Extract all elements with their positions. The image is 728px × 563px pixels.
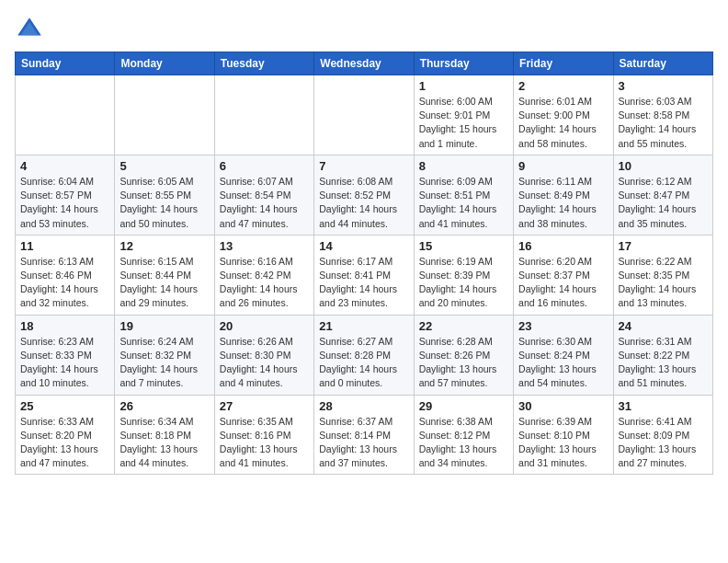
- day-number: 24: [619, 319, 708, 333]
- day-cell: 12Sunrise: 6:15 AM Sunset: 8:44 PM Dayli…: [115, 235, 214, 315]
- day-info: Sunrise: 6:16 AM Sunset: 8:42 PM Dayligh…: [220, 255, 309, 311]
- day-number: 13: [220, 239, 309, 253]
- day-cell: 27Sunrise: 6:35 AM Sunset: 8:16 PM Dayli…: [214, 395, 313, 475]
- day-info: Sunrise: 6:17 AM Sunset: 8:41 PM Dayligh…: [319, 255, 408, 311]
- day-info: Sunrise: 6:20 AM Sunset: 8:37 PM Dayligh…: [518, 255, 608, 311]
- day-info: Sunrise: 6:13 AM Sunset: 8:46 PM Dayligh…: [20, 255, 109, 311]
- day-number: 5: [119, 159, 209, 173]
- day-number: 10: [619, 159, 708, 173]
- day-cell: 3Sunrise: 6:03 AM Sunset: 8:58 PM Daylig…: [613, 75, 712, 155]
- day-cell: 21Sunrise: 6:27 AM Sunset: 8:28 PM Dayli…: [314, 315, 414, 395]
- day-number: 9: [518, 159, 608, 173]
- day-cell: 17Sunrise: 6:22 AM Sunset: 8:35 PM Dayli…: [613, 235, 712, 315]
- day-info: Sunrise: 6:12 AM Sunset: 8:47 PM Dayligh…: [619, 175, 708, 231]
- day-cell: 1Sunrise: 6:00 AM Sunset: 9:01 PM Daylig…: [414, 75, 513, 155]
- day-info: Sunrise: 6:28 AM Sunset: 8:26 PM Dayligh…: [419, 335, 508, 391]
- weekday-header-saturday: Saturday: [613, 52, 712, 75]
- day-number: 29: [419, 399, 508, 413]
- day-cell: 19Sunrise: 6:24 AM Sunset: 8:32 PM Dayli…: [115, 315, 214, 395]
- week-row-1: 1Sunrise: 6:00 AM Sunset: 9:01 PM Daylig…: [16, 75, 713, 155]
- day-cell: 18Sunrise: 6:23 AM Sunset: 8:33 PM Dayli…: [16, 315, 115, 395]
- day-number: 14: [319, 239, 408, 253]
- weekday-header-sunday: Sunday: [16, 52, 115, 75]
- day-info: Sunrise: 6:33 AM Sunset: 8:20 PM Dayligh…: [20, 415, 109, 471]
- day-cell: 14Sunrise: 6:17 AM Sunset: 8:41 PM Dayli…: [314, 235, 414, 315]
- day-info: Sunrise: 6:27 AM Sunset: 8:28 PM Dayligh…: [319, 335, 408, 391]
- week-row-2: 4Sunrise: 6:04 AM Sunset: 8:57 PM Daylig…: [16, 155, 713, 235]
- day-cell: 23Sunrise: 6:30 AM Sunset: 8:24 PM Dayli…: [514, 315, 613, 395]
- page-header: [15, 15, 713, 44]
- day-cell: 9Sunrise: 6:11 AM Sunset: 8:49 PM Daylig…: [514, 155, 613, 235]
- day-number: 7: [319, 159, 408, 173]
- weekday-header-wednesday: Wednesday: [314, 52, 414, 75]
- weekday-header-thursday: Thursday: [414, 52, 513, 75]
- day-number: 25: [20, 399, 109, 413]
- day-number: 18: [20, 319, 109, 333]
- day-info: Sunrise: 6:19 AM Sunset: 8:39 PM Dayligh…: [419, 255, 508, 311]
- day-info: Sunrise: 6:05 AM Sunset: 8:55 PM Dayligh…: [119, 175, 209, 231]
- day-info: Sunrise: 6:24 AM Sunset: 8:32 PM Dayligh…: [119, 335, 209, 391]
- day-number: 21: [319, 319, 408, 333]
- day-info: Sunrise: 6:39 AM Sunset: 8:10 PM Dayligh…: [518, 415, 608, 471]
- day-number: 22: [419, 319, 508, 333]
- day-cell: [16, 75, 115, 155]
- day-number: 23: [518, 319, 608, 333]
- day-info: Sunrise: 6:34 AM Sunset: 8:18 PM Dayligh…: [119, 415, 209, 471]
- day-cell: 26Sunrise: 6:34 AM Sunset: 8:18 PM Dayli…: [115, 395, 214, 475]
- day-info: Sunrise: 6:38 AM Sunset: 8:12 PM Dayligh…: [419, 415, 508, 471]
- day-info: Sunrise: 6:41 AM Sunset: 8:09 PM Dayligh…: [619, 415, 708, 471]
- day-cell: 13Sunrise: 6:16 AM Sunset: 8:42 PM Dayli…: [214, 235, 313, 315]
- day-cell: 20Sunrise: 6:26 AM Sunset: 8:30 PM Dayli…: [214, 315, 313, 395]
- day-number: 15: [419, 239, 508, 253]
- day-info: Sunrise: 6:15 AM Sunset: 8:44 PM Dayligh…: [119, 255, 209, 311]
- day-cell: 10Sunrise: 6:12 AM Sunset: 8:47 PM Dayli…: [613, 155, 712, 235]
- day-cell: 6Sunrise: 6:07 AM Sunset: 8:54 PM Daylig…: [214, 155, 313, 235]
- day-cell: 11Sunrise: 6:13 AM Sunset: 8:46 PM Dayli…: [16, 235, 115, 315]
- day-info: Sunrise: 6:35 AM Sunset: 8:16 PM Dayligh…: [220, 415, 309, 471]
- day-cell: 24Sunrise: 6:31 AM Sunset: 8:22 PM Dayli…: [613, 315, 712, 395]
- day-cell: 15Sunrise: 6:19 AM Sunset: 8:39 PM Dayli…: [414, 235, 513, 315]
- day-number: 17: [619, 239, 708, 253]
- day-number: 3: [619, 79, 708, 93]
- day-cell: [214, 75, 313, 155]
- day-number: 4: [20, 159, 109, 173]
- weekday-header-monday: Monday: [115, 52, 214, 75]
- weekday-header-tuesday: Tuesday: [214, 52, 313, 75]
- day-number: 1: [419, 79, 508, 93]
- day-info: Sunrise: 6:07 AM Sunset: 8:54 PM Dayligh…: [220, 175, 309, 231]
- day-info: Sunrise: 6:31 AM Sunset: 8:22 PM Dayligh…: [619, 335, 708, 391]
- logo: [15, 15, 50, 44]
- day-cell: [314, 75, 414, 155]
- day-cell: 29Sunrise: 6:38 AM Sunset: 8:12 PM Dayli…: [414, 395, 513, 475]
- day-cell: 28Sunrise: 6:37 AM Sunset: 8:14 PM Dayli…: [314, 395, 414, 475]
- day-info: Sunrise: 6:08 AM Sunset: 8:52 PM Dayligh…: [319, 175, 408, 231]
- day-number: 6: [220, 159, 309, 173]
- day-cell: 2Sunrise: 6:01 AM Sunset: 9:00 PM Daylig…: [514, 75, 613, 155]
- week-row-5: 25Sunrise: 6:33 AM Sunset: 8:20 PM Dayli…: [16, 395, 713, 475]
- day-info: Sunrise: 6:37 AM Sunset: 8:14 PM Dayligh…: [319, 415, 408, 471]
- day-number: 2: [518, 79, 608, 93]
- day-info: Sunrise: 6:30 AM Sunset: 8:24 PM Dayligh…: [518, 335, 608, 391]
- day-info: Sunrise: 6:01 AM Sunset: 9:00 PM Dayligh…: [518, 95, 608, 151]
- day-number: 12: [119, 239, 209, 253]
- day-number: 28: [319, 399, 408, 413]
- day-number: 16: [518, 239, 608, 253]
- calendar: SundayMondayTuesdayWednesdayThursdayFrid…: [15, 52, 713, 475]
- day-number: 19: [119, 319, 209, 333]
- day-cell: 8Sunrise: 6:09 AM Sunset: 8:51 PM Daylig…: [414, 155, 513, 235]
- day-cell: 31Sunrise: 6:41 AM Sunset: 8:09 PM Dayli…: [613, 395, 712, 475]
- day-info: Sunrise: 6:22 AM Sunset: 8:35 PM Dayligh…: [619, 255, 708, 311]
- day-info: Sunrise: 6:11 AM Sunset: 8:49 PM Dayligh…: [518, 175, 608, 231]
- logo-icon: [15, 15, 44, 44]
- day-cell: 25Sunrise: 6:33 AM Sunset: 8:20 PM Dayli…: [16, 395, 115, 475]
- day-number: 30: [518, 399, 608, 413]
- day-cell: 4Sunrise: 6:04 AM Sunset: 8:57 PM Daylig…: [16, 155, 115, 235]
- week-row-4: 18Sunrise: 6:23 AM Sunset: 8:33 PM Dayli…: [16, 315, 713, 395]
- day-number: 26: [119, 399, 209, 413]
- day-number: 20: [220, 319, 309, 333]
- day-cell: 7Sunrise: 6:08 AM Sunset: 8:52 PM Daylig…: [314, 155, 414, 235]
- day-info: Sunrise: 6:23 AM Sunset: 8:33 PM Dayligh…: [20, 335, 109, 391]
- week-row-3: 11Sunrise: 6:13 AM Sunset: 8:46 PM Dayli…: [16, 235, 713, 315]
- day-cell: 5Sunrise: 6:05 AM Sunset: 8:55 PM Daylig…: [115, 155, 214, 235]
- day-info: Sunrise: 6:04 AM Sunset: 8:57 PM Dayligh…: [20, 175, 109, 231]
